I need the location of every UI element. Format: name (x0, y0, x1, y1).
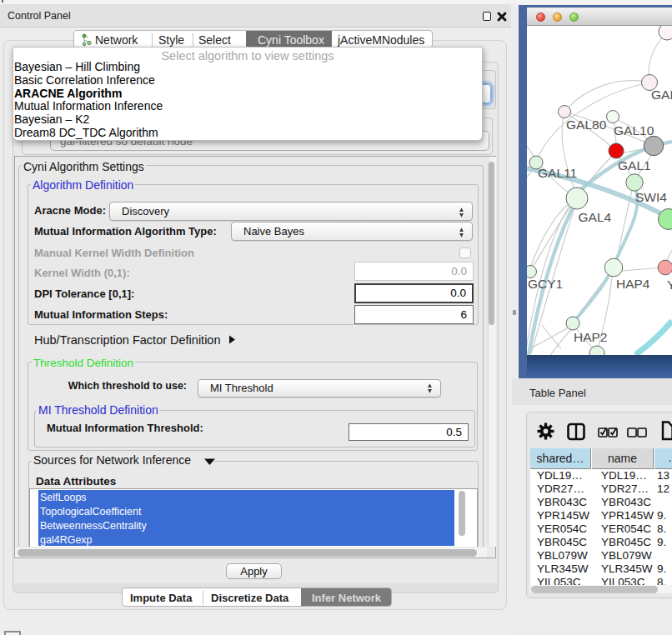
svg-text:GAL80: GAL80 (566, 118, 607, 132)
svg-text:HAP2: HAP2 (574, 330, 608, 344)
svg-text:GAL: GAL (651, 88, 672, 102)
svg-text:GAL1: GAL1 (618, 158, 651, 172)
svg-text:Y: Y (667, 278, 672, 292)
svg-text:GAL10: GAL10 (614, 123, 654, 138)
svg-text:GAL4: GAL4 (579, 210, 612, 224)
svg-text:SWI4: SWI4 (635, 190, 667, 204)
svg-text:GAL11: GAL11 (538, 166, 577, 180)
svg-text:GCY1: GCY1 (528, 277, 563, 291)
svg-text:HAP4: HAP4 (616, 277, 650, 291)
